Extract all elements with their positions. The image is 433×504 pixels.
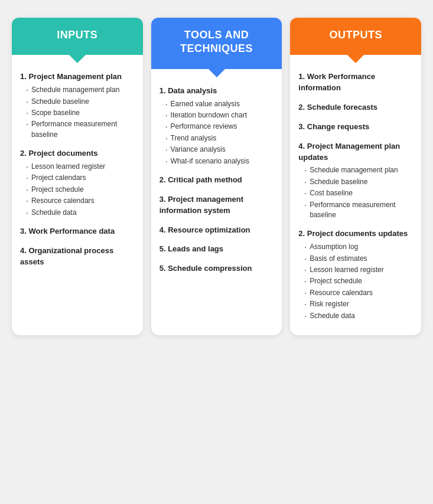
- outputs-subitems-4: Assumption logBasis of estimatesLesson l…: [298, 242, 413, 321]
- column-outputs: OUTPUTS1. Work Performance information2.…: [290, 18, 421, 335]
- tools-main-item-5: 5. Schedule compression: [159, 263, 274, 274]
- outputs-main-item-4: 2. Project documents updates: [298, 228, 413, 240]
- inputs-subitems-0: Schedule management planSchedule baselin…: [20, 85, 135, 140]
- columns-wrapper: INPUTS1. Project Management planSchedule…: [12, 18, 421, 335]
- inputs-main-item-2: 3. Work Performance data: [20, 226, 135, 237]
- tools-subitem-0-0: Earned value analysis: [165, 99, 274, 109]
- outputs-header: OUTPUTS: [290, 18, 421, 55]
- outputs-subitem-4-5: Risk register: [304, 299, 413, 309]
- outputs-main-item-1: 2. Schedule forecasts: [298, 102, 413, 113]
- tools-body: 1. Data analysisEarned value analysisIte…: [151, 69, 282, 335]
- tools-main-item-3: 4. Resource optimization: [159, 225, 274, 236]
- outputs-subitem-4-2: Lesson learned register: [304, 265, 413, 275]
- inputs-main-item-0: 1. Project Management plan: [20, 71, 135, 83]
- inputs-main-item-1: 2. Project documents: [20, 148, 135, 159]
- inputs-subitem-1-0: Lesson learned register: [26, 162, 135, 172]
- outputs-subitem-3-3: Performance measurement baseline: [304, 200, 413, 221]
- outputs-subitem-4-1: Basis of estimates: [304, 254, 413, 264]
- outputs-subitems-3: Schedule management planSchedule baselin…: [298, 165, 413, 220]
- inputs-subitem-0-2: Scope baseline: [26, 108, 135, 118]
- outputs-subitem-4-6: Schedule data: [304, 311, 413, 321]
- outputs-body: 1. Work Performance information2. Schedu…: [290, 55, 421, 335]
- tools-header: TOOLS AND TECHNIQUES: [151, 18, 282, 69]
- tools-main-item-2: 3. Project management information system: [159, 194, 274, 217]
- tools-main-item-0: 1. Data analysis: [159, 86, 274, 97]
- tools-main-item-4: 5. Leads and lags: [159, 244, 274, 255]
- outputs-main-item-0: 1. Work Performance information: [298, 71, 413, 94]
- column-tools: TOOLS AND TECHNIQUES1. Data analysisEarn…: [151, 18, 282, 335]
- outputs-subitem-4-3: Project schedule: [304, 276, 413, 286]
- tools-subitem-0-4: Variance analysis: [165, 145, 274, 155]
- tools-subitem-0-2: Performance reviews: [165, 122, 274, 132]
- outputs-subitem-4-0: Assumption log: [304, 242, 413, 252]
- inputs-subitem-1-4: Schedule data: [26, 208, 135, 218]
- main-container: INPUTS1. Project Management planSchedule…: [0, 0, 433, 504]
- inputs-subitem-1-1: Project calendars: [26, 173, 135, 183]
- column-inputs: INPUTS1. Project Management planSchedule…: [12, 18, 143, 335]
- outputs-main-item-2: 3. Change requests: [298, 122, 413, 133]
- inputs-subitems-1: Lesson learned registerProject calendars…: [20, 162, 135, 218]
- outputs-main-item-3: 4. Project Management plan updates: [298, 141, 413, 163]
- inputs-header: INPUTS: [12, 18, 143, 55]
- tools-subitem-0-5: What-if scenario analysis: [165, 156, 274, 166]
- tools-main-item-1: 2. Critical path method: [159, 175, 274, 186]
- outputs-subitem-3-2: Cost baseline: [304, 188, 413, 198]
- inputs-subitem-1-3: Resource calendars: [26, 196, 135, 206]
- outputs-subitem-3-0: Schedule management plan: [304, 165, 413, 175]
- inputs-subitem-0-1: Schedule baseline: [26, 97, 135, 107]
- inputs-subitem-0-0: Schedule management plan: [26, 85, 135, 95]
- tools-subitems-0: Earned value analysisIteration burndown …: [159, 99, 274, 166]
- inputs-subitem-0-3: Performance measurement baseline: [26, 119, 135, 140]
- tools-subitem-0-1: Iteration burndown chart: [165, 110, 274, 120]
- outputs-subitem-4-4: Resource calendars: [304, 288, 413, 298]
- inputs-body: 1. Project Management planSchedule manag…: [12, 55, 143, 335]
- inputs-subitem-1-2: Project schedule: [26, 185, 135, 195]
- inputs-main-item-3: 4. Organizational process assets: [20, 246, 135, 268]
- tools-subitem-0-3: Trend analysis: [165, 133, 274, 143]
- outputs-subitem-3-1: Schedule baseline: [304, 177, 413, 187]
